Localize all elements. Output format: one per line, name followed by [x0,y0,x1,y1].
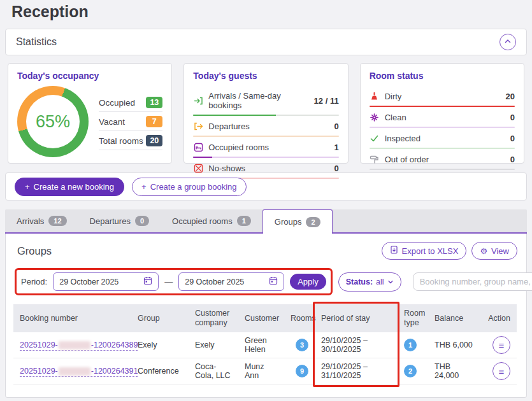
occupancy-percent: 65% [26,95,80,148]
create-group-booking-button[interactable]: + Create a group booking [132,178,246,196]
legend-label: Occupied [99,98,135,108]
room-status-row-clean: Clean 0 [370,107,515,128]
col-booking-number: Booking number [13,304,131,332]
rooms-count-badge: 3 [296,339,308,351]
legend-value-badge: 7 [146,116,162,127]
statistics-collapse-button[interactable] [500,34,516,50]
legend-label: Vacant [99,117,125,127]
stat-label: Out of order [385,155,505,164]
stat-value: 0 [510,113,515,122]
legend-row-total-rooms: Total rooms 20 [99,131,162,150]
occupied-room-icon [193,142,203,152]
legend-value-badge: 20 [146,135,162,146]
groups-panel: Groups Export to XLSX ⚙ View Period: 29 [5,234,527,398]
room-status-card: Room status Dirty 20 Clean 0 [360,63,524,164]
table-header-row: Booking number Group Customer company Cu… [13,304,517,332]
redacted-segment [59,341,90,349]
col-room-type: Room type [398,304,428,332]
col-rooms: Rooms [284,304,315,332]
tab-departures[interactable]: Departures 0 [78,209,161,232]
tab-count-badge: 2 [306,217,320,227]
export-xlsx-button[interactable]: Export to XLSX [382,242,467,260]
apply-button[interactable]: Apply [290,274,326,290]
apply-label: Apply [298,277,319,286]
stat-value: 0 [510,134,515,143]
out-of-order-icon [370,154,380,164]
stat-label: Occupied rooms [208,143,329,152]
guests-card-title: Today's guests [193,71,338,81]
clean-icon [370,112,380,122]
groups-header: Groups Export to XLSX ⚙ View [6,234,526,267]
legend-label: Total rooms [99,136,143,146]
plus-icon: + [25,182,30,192]
hamburger-icon: ≡ [499,340,505,351]
guests-row-departures: Departures 0 [193,116,338,137]
room-type-badge: 1 [404,339,417,351]
rooms-count-badge: 9 [296,365,308,377]
plus-icon: + [141,182,147,192]
tab-groups[interactable]: Groups 2 [262,209,333,234]
table-row: 20251029--1200264391 Conference Coca-Col… [13,358,517,384]
redacted-segment [59,367,90,376]
cell-customer-company: Coca-Cola, LLC [189,358,238,384]
tab-count-badge: 12 [48,216,66,226]
status-filter-dropdown[interactable]: Status: all [338,272,401,292]
view-settings-button[interactable]: ⚙ View [471,242,517,260]
legend-value-badge: 13 [146,97,162,108]
room-status-row-dirty: Dirty 20 [370,86,515,107]
status-value: all [376,278,384,286]
create-new-booking-button[interactable]: + Create a new booking [15,178,124,196]
cell-customer: Green Helen [238,332,284,358]
groups-table: Booking number Group Customer company Cu… [13,304,517,384]
chevron-up-icon [504,38,512,47]
create-group-booking-label: Create a group booking [150,182,237,192]
tab-label: Departures [90,216,131,226]
guests-row-no-shows: No-shows 0 [193,158,338,179]
calendar-icon [143,276,152,287]
create-new-booking-label: Create a new booking [34,182,114,192]
stat-value: 0 [510,155,515,164]
tab-count-badge: 1 [237,216,251,226]
period-to-date-input[interactable]: 29 October 2025 [178,272,284,291]
stat-cards-row: Today's occupancy 65% Occupied 13 Vacant… [8,63,524,164]
export-file-icon [390,246,398,256]
guests-row-arrivals: Arrivals / Same-day bookings 12 / 11 [193,86,338,116]
stat-value: 0 [334,122,338,131]
legend-row-occupied: Occupied 13 [99,93,162,112]
groups-title: Groups [17,245,52,257]
period-from-value: 29 October 2025 [59,278,119,286]
room-type-badge: 2 [404,365,417,377]
inspected-check-icon [370,133,380,143]
col-group: Group [131,304,189,332]
occupancy-legend: Occupied 13 Vacant 7 Total rooms 20 [99,93,162,150]
booking-number-link[interactable]: 20251029--1200264389 [20,341,138,351]
col-balance: Balance [428,304,479,332]
departure-icon [193,121,203,131]
tab-occupied-rooms[interactable]: Occupied rooms 1 [161,209,262,232]
cell-customer: Munz Ann [238,358,284,384]
export-xlsx-label: Export to XLSX [402,246,459,256]
stat-value: 20 [506,92,515,101]
cell-group: Exely [131,332,189,358]
legend-row-vacant: Vacant 7 [99,112,162,131]
row-actions-menu-button[interactable]: ≡ [492,336,510,354]
tab-count-badge: 0 [135,216,149,226]
guests-card: Today's guests Arrivals / Same-day booki… [183,63,348,164]
search-input[interactable] [413,272,532,291]
groups-table-wrap: Booking number Group Customer company Cu… [13,304,519,384]
row-actions-menu-button[interactable]: ≡ [492,362,510,380]
guests-row-occupied-rooms: Occupied rooms 1 [193,137,338,158]
arrival-icon [193,95,203,106]
view-label: View [491,246,509,256]
tab-arrivals[interactable]: Arrivals 12 [5,209,78,232]
reception-tabstrip: Arrivals 12 Departures 0 Occupied rooms … [5,209,527,234]
room-status-card-title: Room status [370,71,515,81]
period-from-date-input[interactable]: 29 October 2025 [53,272,159,291]
stat-label: No-shows [208,164,329,173]
period-label: Period: [21,277,47,286]
occupancy-card-title: Today's occupancy [17,71,162,81]
booking-number-link[interactable]: 20251029--1200264391 [20,367,138,377]
statistics-panel: Statistics [5,29,527,55]
col-period-of-stay: Period of stay [315,304,398,332]
calendar-icon [269,276,278,287]
